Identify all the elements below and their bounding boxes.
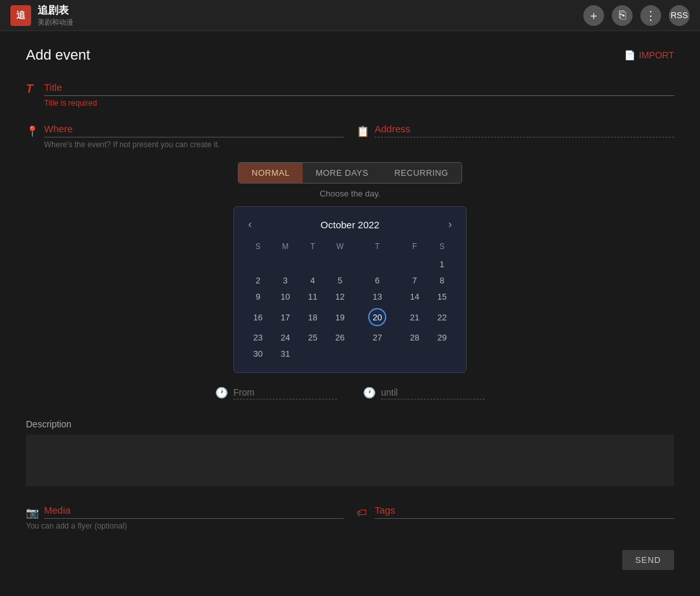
calendar-day[interactable]: 19 [326, 305, 353, 329]
until-field: 🕐 [363, 386, 485, 399]
camera-icon: 📷 [26, 507, 39, 519]
calendar-day[interactable]: 8 [428, 272, 456, 289]
calendar-day[interactable]: 22 [428, 305, 456, 329]
page-header: Add event 📄 IMPORT [26, 47, 674, 64]
calendar-week: 16171819202122 [244, 305, 456, 329]
send-button[interactable]: SEND [622, 550, 674, 570]
description-textarea[interactable] [26, 435, 674, 486]
date-tabs-container: NORMAL MORE DAYS RECURRING Choose the da… [26, 162, 674, 198]
send-row: SEND [26, 550, 674, 570]
tab-normal[interactable]: NORMAL [239, 163, 303, 183]
calendar-day[interactable]: 6 [354, 272, 401, 289]
address-field-group: 📋 [356, 121, 674, 149]
where-field-group: 📍 Where's the event? If not present you … [26, 121, 344, 149]
from-clock-icon: 🕐 [215, 387, 228, 399]
media-tags-row: 📷 You can add a flyer (optional) 🏷 [26, 502, 674, 530]
app-logo-icon: 追 [10, 5, 31, 26]
calendar-day[interactable]: 31 [272, 346, 299, 362]
import-icon: 📄 [624, 50, 635, 60]
weekday-sat: S [428, 239, 456, 256]
calendar-day[interactable]: 23 [244, 329, 272, 346]
tag-icon: 🏷 [356, 507, 369, 519]
title-icon: T [26, 82, 39, 96]
media-input[interactable] [44, 502, 344, 519]
calendar-day[interactable]: 17 [272, 305, 299, 329]
calendar-week: 9101112131415 [244, 289, 456, 305]
header-actions: ＋ ⎘ ⋮ RSS [583, 5, 690, 26]
more-button[interactable]: ⋮ [640, 5, 661, 26]
calendar-day[interactable]: 7 [401, 272, 428, 289]
calendar-day[interactable]: 4 [299, 272, 326, 289]
calendar-day[interactable]: 24 [272, 329, 299, 346]
tab-more-days[interactable]: MORE DAYS [303, 163, 382, 183]
calendar: ‹ October 2022 › S M T W T F S [233, 206, 467, 373]
calendar-day[interactable]: 11 [299, 289, 326, 305]
share-button[interactable]: ⎘ [612, 5, 633, 26]
calendar-day[interactable]: 5 [326, 272, 353, 289]
calendar-wrapper: ‹ October 2022 › S M T W T F S [26, 206, 674, 373]
address-input[interactable] [375, 121, 674, 137]
calendar-day[interactable]: 18 [299, 305, 326, 329]
calendar-month-year: October 2022 [321, 219, 380, 230]
calendar-day [244, 256, 272, 272]
where-hint: Where's the event? If not present you ca… [44, 140, 344, 149]
from-input[interactable] [233, 386, 337, 399]
weekday-mon: M [272, 239, 299, 256]
calendar-day[interactable]: 14 [401, 289, 428, 305]
calendar-day[interactable]: 9 [244, 289, 272, 305]
calendar-day [326, 256, 353, 272]
calendar-day[interactable]: 1 [428, 256, 456, 272]
header-logo: 追 追剧表 美剧和动漫 [10, 4, 583, 27]
where-field-row: 📍 [26, 121, 344, 137]
calendar-day[interactable]: 10 [272, 289, 299, 305]
calendar-day[interactable]: 3 [272, 272, 299, 289]
weekday-sun: S [244, 239, 272, 256]
calendar-day [401, 256, 428, 272]
calendar-day[interactable]: 25 [299, 329, 326, 346]
media-field-group: 📷 You can add a flyer (optional) [26, 502, 344, 530]
date-tabs: NORMAL MORE DAYS RECURRING [238, 162, 461, 184]
calendar-day[interactable]: 29 [428, 329, 456, 346]
weekday-thu: T [354, 239, 401, 256]
calendar-day[interactable]: 21 [401, 305, 428, 329]
calendar-day[interactable]: 28 [401, 329, 428, 346]
calendar-day [326, 346, 353, 362]
calendar-day[interactable]: 2 [244, 272, 272, 289]
calendar-day[interactable]: 15 [428, 289, 456, 305]
address-icon: 📋 [356, 125, 369, 137]
calendar-day-today[interactable]: 20 [354, 305, 401, 329]
title-field-group: T Title is required [26, 79, 674, 108]
until-input[interactable] [381, 386, 485, 399]
app-subtitle: 美剧和动漫 [38, 18, 73, 27]
rss-button[interactable]: RSS [669, 5, 690, 26]
tags-input[interactable] [375, 502, 674, 519]
calendar-body: 1234567891011121314151617181920212223242… [244, 256, 456, 362]
prev-month-button[interactable]: ‹ [244, 217, 255, 232]
next-month-button[interactable]: › [445, 217, 456, 232]
description-section: Description [26, 419, 674, 489]
calendar-header: ‹ October 2022 › [244, 217, 456, 232]
calendar-day[interactable]: 16 [244, 305, 272, 329]
calendar-day[interactable]: 30 [244, 346, 272, 362]
calendar-day[interactable]: 13 [354, 289, 401, 305]
address-field-row: 📋 [356, 121, 674, 137]
calendar-day[interactable]: 12 [326, 289, 353, 305]
import-button[interactable]: 📄 IMPORT [624, 50, 674, 60]
from-field: 🕐 [215, 386, 337, 399]
header: 追 追剧表 美剧和动漫 ＋ ⎘ ⋮ RSS [0, 0, 700, 31]
calendar-day [272, 256, 299, 272]
calendar-day [354, 346, 401, 362]
title-input[interactable] [44, 79, 674, 96]
page-title: Add event [26, 47, 90, 64]
calendar-day[interactable]: 27 [354, 329, 401, 346]
tab-recurring[interactable]: RECURRING [381, 163, 461, 183]
calendar-day[interactable]: 26 [326, 329, 353, 346]
where-input[interactable] [44, 121, 344, 137]
title-error: Title is required [44, 99, 674, 108]
add-button[interactable]: ＋ [583, 5, 604, 26]
description-label: Description [26, 419, 674, 429]
until-clock-icon: 🕐 [363, 387, 376, 399]
tags-field-row: 🏷 [356, 502, 674, 519]
title-field-row: T [26, 79, 674, 96]
calendar-weekdays: S M T W T F S [244, 239, 456, 256]
